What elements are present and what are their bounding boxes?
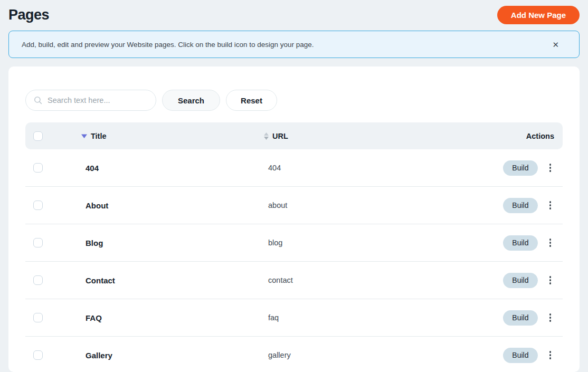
row-menu-kebab-icon[interactable] — [546, 236, 555, 249]
page-title-cell: Blog — [77, 239, 260, 247]
search-input[interactable] — [48, 96, 149, 104]
build-button[interactable]: Build — [503, 160, 537, 176]
row-checkbox[interactable] — [33, 350, 43, 360]
top-bar: Pages Add New Page — [0, 0, 588, 25]
build-button[interactable]: Build — [503, 310, 537, 326]
row-menu-kebab-icon[interactable] — [546, 349, 555, 361]
page-title-cell: About — [77, 201, 260, 210]
row-checkbox[interactable] — [33, 275, 43, 285]
row-menu-kebab-icon[interactable] — [546, 274, 555, 287]
search-button[interactable]: Search — [162, 90, 220, 111]
row-menu-kebab-icon[interactable] — [546, 199, 555, 212]
table-row: FAQ faq Build — [25, 299, 563, 337]
page-url-cell: contact — [260, 276, 483, 284]
table-row: Contact contact Build — [25, 262, 563, 299]
column-header-title[interactable]: Title — [77, 132, 260, 140]
row-menu-kebab-icon[interactable] — [546, 311, 555, 324]
column-header-actions: Actions — [483, 132, 563, 140]
table-row: About about Build — [25, 187, 563, 224]
table-header: Title URL Actions — [25, 122, 563, 149]
build-button[interactable]: Build — [503, 235, 537, 251]
search-toolbar: Search Reset — [25, 90, 563, 111]
page-title-cell: 404 — [77, 164, 260, 173]
page-url-cell: about — [260, 201, 483, 209]
search-icon — [33, 96, 43, 105]
page-title-cell: Gallery — [77, 351, 260, 360]
info-banner-message: Add, build, edit and preview your Websit… — [22, 41, 314, 49]
row-checkbox[interactable] — [33, 238, 43, 247]
table-body: 404 404 Build About about Build Blog blo… — [25, 149, 563, 372]
build-button[interactable]: Build — [503, 348, 537, 363]
page-url-cell: faq — [260, 313, 483, 322]
row-menu-kebab-icon[interactable] — [546, 161, 555, 174]
close-icon[interactable]: ✕ — [550, 39, 561, 51]
build-button[interactable]: Build — [503, 198, 537, 213]
row-checkbox[interactable] — [33, 201, 43, 210]
search-box — [25, 90, 156, 111]
page-title-cell: FAQ — [77, 313, 260, 322]
table-row: Gallery gallery Build — [25, 337, 563, 372]
column-header-url[interactable]: URL — [260, 132, 483, 140]
pages-table: Title URL Actions 404 404 Build — [25, 122, 563, 372]
page-title: Pages — [8, 7, 49, 23]
table-row: Blog blog Build — [25, 224, 563, 262]
table-row: 404 404 Build — [25, 149, 563, 187]
page-title-cell: Contact — [77, 276, 260, 285]
select-all-checkbox[interactable] — [33, 131, 43, 141]
info-banner: Add, build, edit and preview your Websit… — [8, 31, 580, 58]
row-checkbox[interactable] — [33, 313, 43, 322]
add-new-page-button[interactable]: Add New Page — [497, 6, 580, 24]
reset-button[interactable]: Reset — [226, 90, 277, 111]
build-button[interactable]: Build — [503, 273, 537, 288]
page-url-cell: blog — [260, 239, 483, 247]
pages-card: Search Reset Title URL Actions — [8, 66, 580, 372]
row-checkbox[interactable] — [33, 163, 43, 173]
sort-desc-icon — [81, 134, 87, 138]
page-url-cell: gallery — [260, 351, 483, 359]
page-url-cell: 404 — [260, 164, 483, 172]
sort-both-icon — [264, 132, 269, 140]
